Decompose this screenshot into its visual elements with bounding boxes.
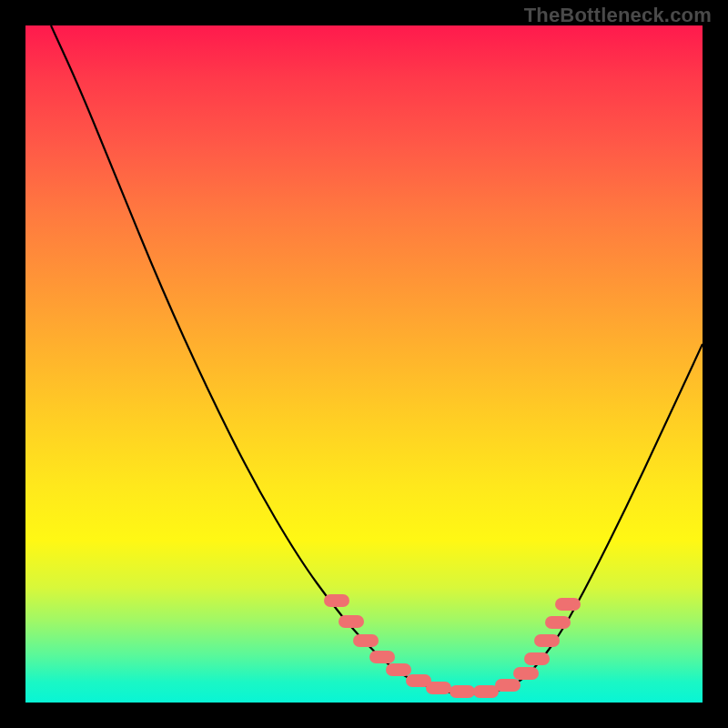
valley-marker [450,685,475,698]
valley-marker [339,615,364,628]
valley-markers [324,594,581,698]
valley-marker [534,634,560,647]
valley-marker [545,616,571,629]
curve-line [51,25,703,694]
valley-marker [513,667,539,680]
valley-marker [555,598,581,611]
chart-svg [25,25,703,703]
valley-marker [369,651,395,663]
watermark-text: TheBottleneck.com [524,4,712,27]
valley-marker [353,634,379,647]
chart-frame: TheBottleneck.com [0,0,728,728]
valley-marker [524,652,550,665]
valley-marker [495,679,521,692]
valley-marker [426,682,451,694]
valley-marker [324,594,349,607]
plot-area [25,25,703,703]
valley-marker [386,663,411,676]
valley-marker [473,685,499,698]
